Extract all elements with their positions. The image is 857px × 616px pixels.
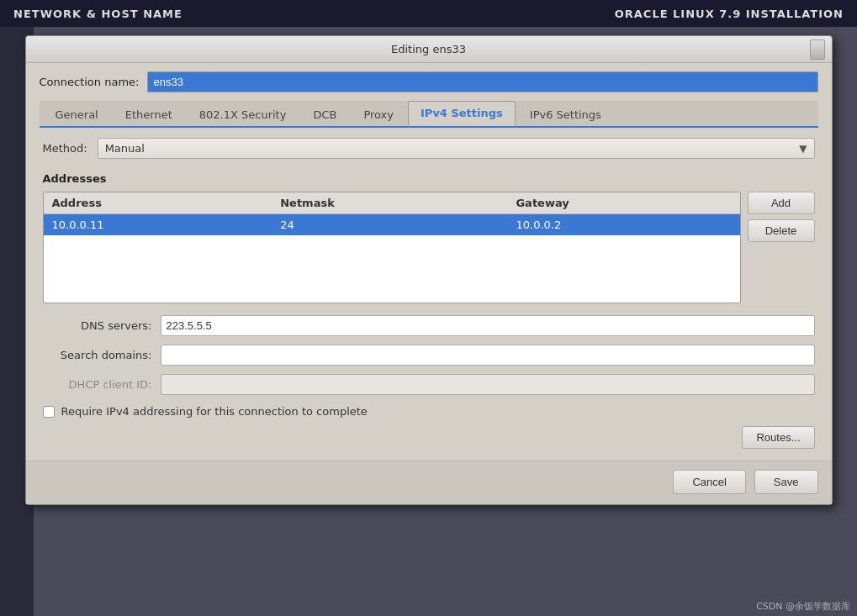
checkbox-label: Require IPv4 addressing for this connect… xyxy=(61,405,368,418)
tab-proxy[interactable]: Proxy xyxy=(351,103,406,126)
tab-ipv4[interactable]: IPv4 Settings xyxy=(408,101,516,128)
col-netmask: Netmask xyxy=(272,192,507,214)
method-select[interactable]: Manual ▼ xyxy=(98,138,815,159)
cell-netmask: 24 xyxy=(272,214,507,236)
tabs-bar: General Ethernet 802.1X Security DCB Pro… xyxy=(40,101,818,128)
table-row-empty-3 xyxy=(44,269,740,286)
tab-8021x[interactable]: 802.1X Security xyxy=(187,103,299,126)
tab-general[interactable]: General xyxy=(43,103,111,126)
dialog-body: Connection name: General Ethernet 802.1X… xyxy=(26,63,832,461)
table-row-empty-1 xyxy=(44,235,740,252)
search-field-row: Search domains: xyxy=(43,345,815,366)
dhcp-input[interactable] xyxy=(161,374,815,395)
background: Editing ens33 Connection name: General E… xyxy=(0,27,857,616)
table-header-row: Address Netmask Gateway xyxy=(44,192,740,214)
conn-name-input[interactable] xyxy=(147,71,817,92)
scrollbar-handle[interactable] xyxy=(810,39,825,60)
cell-gateway: 10.0.0.2 xyxy=(507,214,739,236)
checkbox-row: Require IPv4 addressing for this connect… xyxy=(43,405,815,418)
dialog-overlay: Editing ens33 Connection name: General E… xyxy=(0,27,857,616)
connection-name-row: Connection name: xyxy=(40,71,818,92)
dns-field-row: DNS servers: xyxy=(43,315,815,336)
search-input[interactable] xyxy=(161,345,815,366)
add-button[interactable]: Add xyxy=(748,192,815,214)
addresses-table: Address Netmask Gateway 10.0.0.11 24 xyxy=(44,192,740,303)
addr-buttons: Add Delete xyxy=(748,192,815,303)
dhcp-field-row: DHCP client ID: xyxy=(43,374,815,395)
addresses-container: Address Netmask Gateway 10.0.0.11 24 xyxy=(43,192,815,303)
dhcp-label: DHCP client ID: xyxy=(43,378,152,391)
cell-address: 10.0.0.11 xyxy=(44,214,272,236)
table-row[interactable]: 10.0.0.11 24 10.0.0.2 xyxy=(44,214,740,236)
method-label: Method: xyxy=(43,142,87,155)
dialog-footer: Cancel Save xyxy=(26,461,832,504)
chevron-down-icon: ▼ xyxy=(799,143,807,155)
save-button[interactable]: Save xyxy=(754,470,818,494)
content-area: Method: Manual ▼ Addresses xyxy=(40,138,818,449)
table-row-empty-4 xyxy=(44,286,740,303)
routes-button[interactable]: Routes... xyxy=(742,426,814,449)
table-row-empty-2 xyxy=(44,252,740,269)
col-gateway: Gateway xyxy=(507,192,739,214)
dns-label: DNS servers: xyxy=(43,319,152,332)
routes-row: Routes... xyxy=(43,426,815,449)
tab-ethernet[interactable]: Ethernet xyxy=(113,103,185,126)
method-value: Manual xyxy=(105,142,145,155)
top-bar-title-left: NETWORK & HOST NAME xyxy=(13,8,183,20)
cancel-button[interactable]: Cancel xyxy=(673,470,745,494)
top-bar-title-right: ORACLE LINUX 7.9 INSTALLATION xyxy=(615,8,844,20)
addresses-title: Addresses xyxy=(43,172,815,185)
col-address: Address xyxy=(44,192,272,214)
delete-button[interactable]: Delete xyxy=(748,219,815,242)
dns-input[interactable] xyxy=(161,315,815,336)
dialog-titlebar: Editing ens33 xyxy=(26,36,832,63)
dialog-title: Editing ens33 xyxy=(391,43,466,55)
addresses-table-wrap: Address Netmask Gateway 10.0.0.11 24 xyxy=(43,192,741,303)
top-bar: NETWORK & HOST NAME ORACLE LINUX 7.9 INS… xyxy=(0,0,857,27)
dialog: Editing ens33 Connection name: General E… xyxy=(25,35,833,505)
method-row: Method: Manual ▼ xyxy=(43,138,815,159)
watermark: CSDN @余饭学数据库 xyxy=(756,600,850,613)
search-label: Search domains: xyxy=(43,349,152,361)
tab-dcb[interactable]: DCB xyxy=(300,103,349,126)
tab-ipv6[interactable]: IPv6 Settings xyxy=(517,103,614,126)
conn-name-label: Connection name: xyxy=(40,76,140,88)
require-ipv4-checkbox[interactable] xyxy=(43,406,55,418)
